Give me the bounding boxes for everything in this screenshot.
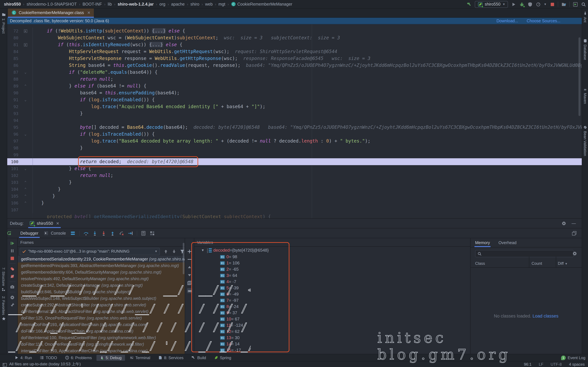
code-line[interactable]: 92 log.trace("Acquired Base64 encoded id… <box>7 103 582 110</box>
breadcrumb-item[interactable]: lib <box>108 2 112 6</box>
run-button[interactable] <box>511 2 516 7</box>
profiler-chevron-icon[interactable]: ▼ <box>544 3 547 6</box>
variable-row[interactable]: 012 = -65 <box>194 266 470 272</box>
add-watch-icon[interactable] <box>187 249 192 254</box>
code-line[interactable]: 87⌄ if ("deleteMe".equals(base64)) { <box>7 69 582 76</box>
frame-row[interactable]: createSubject:342, DefaultSecurityManage… <box>18 282 185 289</box>
variable-row[interactable]: 0113 = 30 <box>194 334 470 341</box>
frame-row[interactable]: internalDoFilter:193, ApplicationFilterC… <box>18 348 185 354</box>
code-line[interactable]: 99 <box>7 151 582 158</box>
layout-restore-icon[interactable] <box>571 230 577 236</box>
evaluate-expression-icon[interactable] <box>141 230 146 236</box>
sidebar-item-bean-validation[interactable]: Bean Validation <box>582 125 588 156</box>
fold-marker-icon[interactable]: + <box>24 30 27 33</box>
code-line[interactable]: 90 base64 = this.ensurePadding(base64); <box>7 90 582 96</box>
frame-row[interactable]: doFilterInternal:100, RequestContextFilt… <box>18 334 185 341</box>
frame-row[interactable]: buildSubject:846, Subject$Builder (org.a… <box>18 289 185 295</box>
sidebar-item-ant[interactable]: Ant <box>582 11 588 22</box>
variable-row[interactable]: 011 = 106 <box>194 260 470 266</box>
hide-icon[interactable]: — <box>571 221 576 226</box>
debug-button[interactable] <box>519 2 524 7</box>
variable-row[interactable]: 010 = 98 <box>194 254 470 260</box>
breadcrumb-item[interactable]: BOOT-INF <box>83 2 102 6</box>
code-line[interactable]: 89⌃ } else if (base64 != null) { <box>7 83 582 90</box>
layout-settings-icon[interactable] <box>70 230 76 236</box>
frame-row[interactable]: getRememberedPrincipals:393, AbstractRem… <box>18 262 185 269</box>
drop-frame-icon[interactable] <box>119 230 124 236</box>
file-encoding[interactable]: UTF-8 <box>551 362 562 367</box>
variable-root-row[interactable]: ▼123decoded = {byte[4720]@6548} <box>194 247 470 254</box>
step-over-icon[interactable] <box>83 230 89 236</box>
col-diff[interactable]: Diff ▼ <box>558 261 568 266</box>
toolwindow-button-terminal[interactable]: Terminal <box>126 355 154 361</box>
code-line[interactable]: 107 <box>7 206 582 213</box>
breadcrumb-item[interactable]: shiro550 <box>4 2 21 6</box>
frame-row[interactable]: getRememberedSerializedIdentity:219, Coo… <box>18 256 185 262</box>
toolwindow-button-6-problems[interactable]: 6: Problems <box>62 355 95 361</box>
code-line[interactable]: 103⌃ } <box>7 179 582 186</box>
tab-memory[interactable]: Memory <box>475 241 490 247</box>
variable-row[interactable]: 0112 = 62 <box>194 328 470 334</box>
line-ending[interactable]: LF <box>539 362 543 367</box>
tab-cookieremembermemanager[interactable]: C CookieRememberMeManager.class ✕ <box>8 8 94 17</box>
breadcrumb-item[interactable]: CCookieRememberMeManager <box>231 2 292 7</box>
frame-row[interactable]: doFilter:125, OncePerRequestFilter (org.… <box>18 315 185 321</box>
breadcrumb-item[interactable]: shirodemo-1.0-SNAPSHOT <box>26 2 77 6</box>
code-line[interactable]: 105⌃ } <box>7 193 582 200</box>
variable-row[interactable]: 019 = 37 <box>194 310 470 316</box>
tool-windows-icon[interactable] <box>561 2 566 7</box>
code-line[interactable]: 85 HttpServletResponse response = WebUti… <box>7 55 582 62</box>
download-link[interactable]: Download... <box>496 18 518 23</box>
code-editor[interactable]: 72+ if (!WebUtils.isHttp(subjectContext)… <box>7 24 582 218</box>
code-line[interactable]: 98 } <box>7 144 582 151</box>
editor-scrollbar[interactable] <box>579 37 580 116</box>
force-step-into-icon[interactable] <box>101 230 107 236</box>
sidebar-item-database[interactable]: Database <box>582 39 588 60</box>
settings-grid-icon[interactable] <box>150 230 155 236</box>
frame-row[interactable]: resolvePrincipals:492, DefaultSecurityMa… <box>18 275 185 282</box>
frame-row[interactable]: doFilter:119, OncePerRequestFilter (org.… <box>18 341 185 348</box>
tab-overhead[interactable]: Overhead <box>498 241 517 247</box>
variable-row[interactable]: 0111 = -124 <box>194 322 470 328</box>
toolwindow-button-5-debug[interactable]: 5: Debug <box>96 355 125 361</box>
tab-debugger[interactable]: Debugger <box>18 228 41 238</box>
code-line[interactable]: 101⌄ } else { <box>7 165 582 172</box>
pause-icon[interactable] <box>10 248 15 253</box>
code-line[interactable]: 80 WebSubjectContext wsc = (WebSubjectCo… <box>7 34 582 41</box>
memory-settings-gear-icon[interactable] <box>572 251 577 256</box>
breadcrumb-item[interactable]: org <box>159 2 165 6</box>
caret-position[interactable]: 96:1 <box>524 362 532 367</box>
frame-row[interactable]: getRememberedIdentity:604, DefaultSecuri… <box>18 269 185 275</box>
code-line[interactable]: 102 return null; <box>7 172 582 179</box>
frame-row[interactable]: internalDoFilter:193, ApplicationFilterC… <box>18 321 185 328</box>
variable-row[interactable]: 0115 = -17 <box>194 347 470 353</box>
move-up-icon[interactable] <box>187 264 192 270</box>
thread-selector[interactable]: "http-nio-8080-exec-10"@6...3 in group "… <box>20 248 160 255</box>
breadcrumb-item[interactable]: apache <box>171 2 185 6</box>
close-icon[interactable]: ✕ <box>56 221 59 225</box>
variable-row[interactable]: 0114 = 14 <box>194 341 470 347</box>
code-line[interactable]: 100 return decoded; decoded: byte[4720]@… <box>7 158 582 165</box>
coverage-button[interactable] <box>527 2 533 7</box>
code-line[interactable]: 106⌃ } <box>7 200 582 206</box>
code-line[interactable]: 81+ if (this.isIdentityRemoved(wsc)) {..… <box>7 41 582 48</box>
stop-button[interactable] <box>550 2 555 7</box>
stop-icon[interactable] <box>10 256 15 261</box>
resume-icon[interactable] <box>10 241 15 246</box>
tab-console[interactable]: Console <box>41 228 69 238</box>
step-out-icon[interactable] <box>110 230 115 236</box>
toolwindow-button-4-run[interactable]: 4: Run <box>11 355 35 361</box>
run-config-selector[interactable]: shiro550 ▼ <box>475 1 508 8</box>
run-to-cursor-icon[interactable] <box>128 230 133 236</box>
chevron-down-icon[interactable]: ▼ <box>200 247 205 253</box>
fold-marker-icon[interactable]: + <box>24 43 27 47</box>
sidebar-item-structure[interactable]: 7: Structure <box>0 267 7 292</box>
variable-row[interactable]: 0110 = 67 <box>194 316 470 322</box>
code-line[interactable]: 86 String base64 = this.getCookie().read… <box>7 62 582 69</box>
code-line[interactable]: 91⌄ if (log.isTraceEnabled()) { <box>7 96 582 103</box>
duplicate-icon[interactable] <box>187 280 192 285</box>
frame-row[interactable]: createSubject:292, AbstractShiroFilter (… <box>18 302 185 308</box>
code-line[interactable]: 104⌃ } <box>7 186 582 193</box>
frame-row[interactable]: doFilterInternal:359, AbstractShiroFilte… <box>18 308 185 315</box>
toolwindow-button-8-services[interactable]: 8: Services <box>155 355 187 361</box>
